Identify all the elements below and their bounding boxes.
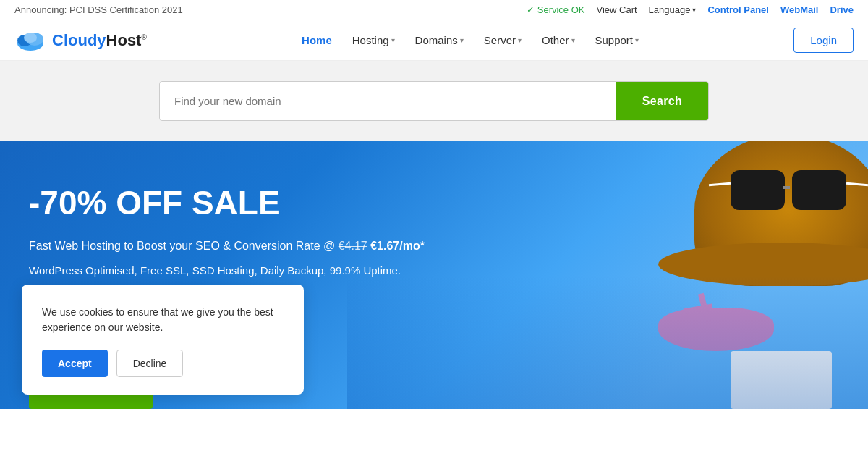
hosting-chevron-icon: ▾ xyxy=(391,36,395,44)
nav-hosting[interactable]: Hosting ▾ xyxy=(344,28,404,52)
hero-old-price: €4.17 xyxy=(339,240,367,252)
svg-point-3 xyxy=(24,33,37,43)
nav-other[interactable]: Other ▾ xyxy=(533,28,584,52)
sunglass-bridge xyxy=(783,186,790,189)
cookie-actions: Accept Decline xyxy=(42,350,284,377)
service-ok: Service OK xyxy=(527,4,584,15)
login-button[interactable]: Login xyxy=(793,28,854,53)
main-nav: CloudyHost® Home Hosting ▾ Domains ▾ Ser… xyxy=(0,20,868,61)
hero-desc-line1: Fast Web Hosting to Boost your SEO & Con… xyxy=(29,240,335,252)
hero-section: -70% OFF SALE Fast Web Hosting to Boost … xyxy=(0,141,868,409)
nav-support[interactable]: Support ▾ xyxy=(587,28,648,52)
hero-sale-text: -70% OFF SALE xyxy=(29,185,425,222)
sunglass-left xyxy=(731,170,785,210)
nav-links: Home Hosting ▾ Domains ▾ Server ▾ Other … xyxy=(293,28,647,52)
sunglasses-decoration xyxy=(723,163,854,228)
control-panel-link[interactable]: Control Panel xyxy=(707,4,769,15)
cookie-banner: We use cookies to ensure that we give yo… xyxy=(22,285,304,395)
hero-new-price: €1.67/mo* xyxy=(370,240,425,252)
domains-chevron-icon: ▾ xyxy=(460,36,464,44)
language-selector[interactable]: Language xyxy=(649,4,697,15)
decline-button[interactable]: Decline xyxy=(116,350,184,377)
hero-features: WordPress Optimised, Free SSL, SSD Hosti… xyxy=(29,261,425,280)
logo-icon xyxy=(14,29,46,52)
cookie-message: We use cookies to ensure that we give yo… xyxy=(42,305,284,335)
top-bar-right: Service OK View Cart Language Control Pa… xyxy=(527,4,854,15)
nav-home[interactable]: Home xyxy=(293,28,341,52)
nav-domains[interactable]: Domains ▾ xyxy=(407,28,472,52)
search-box: Search xyxy=(159,81,709,121)
hero-description: Fast Web Hosting to Boost your SEO & Con… xyxy=(29,236,425,256)
hero-decoration xyxy=(347,141,868,409)
top-bar: Announcing: PCI DSS Certification 2021 S… xyxy=(0,0,868,20)
nav-server[interactable]: Server ▾ xyxy=(475,28,530,52)
accept-button[interactable]: Accept xyxy=(42,350,108,377)
server-chevron-icon: ▾ xyxy=(518,36,522,44)
logo[interactable]: CloudyHost® xyxy=(14,29,147,52)
other-chevron-icon: ▾ xyxy=(571,36,575,44)
drive-link[interactable]: Drive xyxy=(830,4,854,15)
search-button[interactable]: Search xyxy=(616,82,708,120)
sunglass-right xyxy=(792,170,846,210)
view-cart-link[interactable]: View Cart xyxy=(596,4,637,15)
logo-text-colored: Cloudy xyxy=(52,31,106,49)
search-input[interactable] xyxy=(160,82,616,120)
planks-decoration xyxy=(347,275,868,409)
search-section: Search xyxy=(0,61,868,141)
webmail-link[interactable]: WebMail xyxy=(780,4,819,15)
logo-text: CloudyHost® xyxy=(52,31,147,50)
support-chevron-icon: ▾ xyxy=(635,36,639,44)
announcement: Announcing: PCI DSS Certification 2021 xyxy=(14,4,183,15)
